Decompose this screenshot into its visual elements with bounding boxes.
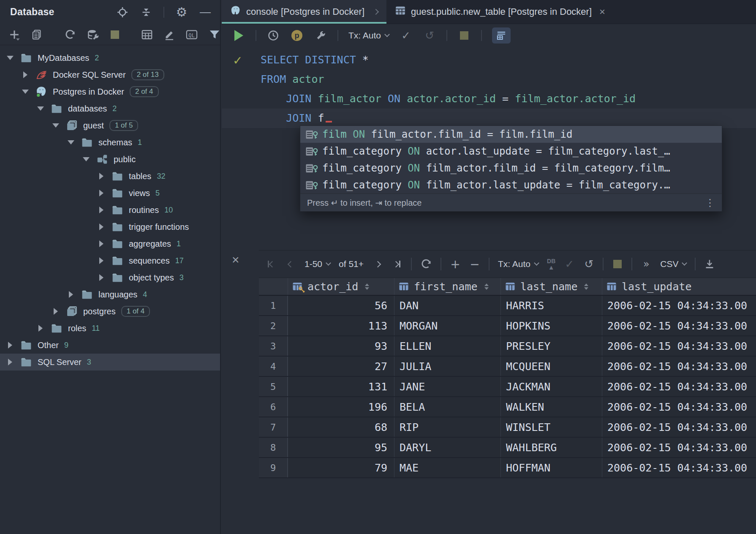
cell-last-update[interactable]: 2006-02-15 04:34:33.00 [602,458,756,477]
expand-arrow-icon[interactable] [97,274,106,281]
data-source-properties-icon[interactable] [87,28,100,41]
tree-item-tables[interactable]: tables32 [0,168,220,185]
collapse-arrow-icon[interactable] [21,90,30,94]
query-console-icon[interactable]: QL [186,28,198,41]
cell-actor-id[interactable]: 93 [288,336,394,356]
locate-object-icon[interactable] [116,6,129,19]
export-download-icon[interactable] [704,258,715,270]
row-number[interactable]: 6 [259,397,288,417]
row-number[interactable]: 7 [259,417,288,437]
tree-item-sql-server[interactable]: SQL Server3 [0,354,220,371]
cell-last-name[interactable]: JACKMAN [500,377,602,396]
duplicate-icon[interactable] [31,28,42,41]
new-item-icon[interactable] [8,28,20,41]
completion-item-film-category-film-actor-film-id[interactable]: film_category ON film_actor.film_id = fi… [300,160,722,177]
row-number[interactable]: 8 [259,438,288,457]
close-results-icon[interactable]: × [232,253,239,266]
cell-actor-id[interactable]: 196 [288,397,394,417]
cell-first-name[interactable]: DAN [394,296,500,315]
in-editor-results-toggle[interactable] [492,27,511,44]
add-row-icon[interactable]: + [450,258,461,270]
expand-arrow-icon[interactable] [36,325,45,332]
last-page-icon[interactable] [392,258,402,270]
tx-mode-dropdown[interactable]: Tx: Auto [348,30,389,41]
more-options-icon[interactable]: ⋮ [705,197,715,209]
cell-first-name[interactable]: MAE [394,458,500,477]
stop-query-icon[interactable] [457,29,471,42]
code-line-3[interactable]: JOIN film_actor ON actor.actor_id = film… [222,89,756,109]
expand-arrow-icon[interactable] [97,257,106,264]
cell-first-name[interactable]: DARYL [394,438,500,457]
expand-arrow-icon[interactable] [6,342,14,349]
close-tab-icon[interactable]: × [599,6,605,18]
export-format-dropdown[interactable]: CSV [660,259,686,269]
cell-last-name[interactable]: HARRIS [500,296,602,315]
cell-last-name[interactable]: HOFFMAN [500,458,602,477]
cell-last-update[interactable]: 2006-02-15 04:34:33.00 [602,336,756,356]
settings-wrench-icon[interactable] [314,29,327,42]
commit-icon[interactable]: ✓ [399,29,413,42]
refresh-icon[interactable] [64,28,76,41]
hide-panel-icon[interactable]: — [199,6,212,19]
settings-gear-icon[interactable]: ⚙ [175,6,188,19]
cell-last-name[interactable]: WINSLET [500,417,602,437]
collapse-arrow-icon[interactable] [36,106,45,111]
tree-item-guest[interactable]: guest1 of 5 [0,117,220,134]
tab-new-table[interactable]: guest.public.new_table [Postgres in Dock… [386,0,614,24]
column-header-last-name[interactable]: last_name [500,278,602,295]
expand-arrow-icon[interactable] [97,173,106,180]
tree-item-views[interactable]: views5 [0,185,220,202]
cell-last-update[interactable]: 2006-02-15 04:34:33.00 [602,397,756,417]
results-stop-icon[interactable] [612,258,623,270]
row-number[interactable]: 4 [259,357,288,376]
cell-first-name[interactable]: JULIA [394,357,500,376]
code-line-1[interactable]: SELECT DISTINCT * [222,50,756,70]
page-range-dropdown[interactable]: 1-50 [305,259,330,269]
tree-item-schemas[interactable]: schemas1 [0,134,220,151]
cell-last-update[interactable]: 2006-02-15 04:34:33.00 [602,377,756,396]
cell-last-name[interactable]: WAHLBERG [500,438,602,457]
cell-actor-id[interactable]: 68 [288,417,394,437]
expand-arrow-icon[interactable] [97,190,106,196]
previous-page-icon[interactable] [285,258,296,270]
cell-last-update[interactable]: 2006-02-15 04:34:33.00 [602,417,756,437]
cell-actor-id[interactable]: 56 [288,296,394,315]
expand-arrow-icon[interactable] [6,359,14,365]
cell-last-update[interactable]: 2006-02-15 04:34:33.00 [602,316,756,335]
parameters-icon[interactable]: p [290,29,304,42]
row-number[interactable]: 2 [259,316,288,335]
row-number[interactable]: 1 [259,296,288,315]
cell-actor-id[interactable]: 131 [288,377,394,396]
collapse-arrow-icon[interactable] [67,140,75,144]
row-number-header[interactable] [259,278,288,295]
edit-icon[interactable] [164,28,175,41]
tree-item-databases[interactable]: databases2 [0,100,220,117]
collapse-arrow-icon[interactable] [6,56,14,60]
next-page-icon[interactable] [372,258,383,270]
first-page-icon[interactable] [266,258,277,270]
results-rollback-icon[interactable]: ↺ [583,258,594,270]
tree-item-roles[interactable]: roles11 [0,320,220,337]
run-icon[interactable] [232,29,245,42]
results-commit-icon[interactable]: ✓ [564,258,575,270]
filter-icon[interactable] [209,28,220,41]
results-tx-dropdown[interactable]: Tx: Auto [498,259,538,269]
tree-item-public[interactable]: public [0,151,220,168]
cell-actor-id[interactable]: 79 [288,458,394,477]
completion-item-film-film-actor-film-id[interactable]: film ON film_actor.film_id = film.film_i… [300,126,722,143]
tree-item-docker-sql-server[interactable]: Docker SQL Server2 of 13 [0,66,220,83]
more-actions-icon[interactable]: » [641,258,652,270]
row-number[interactable]: 3 [259,336,288,356]
tree-item-mydatabases[interactable]: MyDatabases2 [0,49,220,66]
code-line-2[interactable]: FROM actor [222,70,756,89]
tab-console[interactable]: console [Postgres in Docker] [222,0,386,24]
tree-item-trigger-functions[interactable]: trigger functions [0,218,220,235]
expand-arrow-icon[interactable] [21,71,30,78]
sort-icon[interactable] [365,283,369,290]
tree-item-postgres[interactable]: postgres1 of 4 [0,303,220,320]
cell-last-name[interactable]: HOPKINS [500,316,602,335]
row-number[interactable]: 9 [259,458,288,477]
cell-last-name[interactable]: WALKEN [500,397,602,417]
cell-actor-id[interactable]: 95 [288,438,394,457]
cell-first-name[interactable]: RIP [394,417,500,437]
